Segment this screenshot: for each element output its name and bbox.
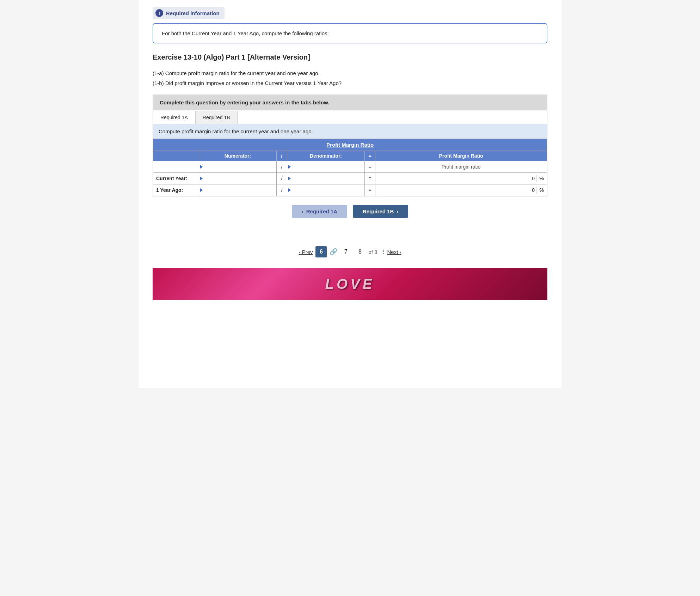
- result-cell-1ya[interactable]: 0: [375, 184, 547, 196]
- col-spacer: [153, 151, 199, 161]
- prev-page-label: Prev: [302, 249, 313, 255]
- exercise-title: Exercise 13-10 (Algo) Part 1 [Alternate …: [153, 53, 547, 61]
- next-tab-label: Required 1B: [363, 208, 394, 214]
- pct-input-1ya[interactable]: [536, 187, 547, 194]
- tabs-container: Required 1A Required 1B Compute profit m…: [153, 110, 547, 196]
- required-banner-text: Required information: [166, 10, 220, 16]
- numerator-input-cell-1ya[interactable]: [199, 184, 277, 196]
- info-box-text: For both the Current Year and 1 Year Ago…: [162, 30, 329, 36]
- prev-chevron: ‹: [299, 249, 300, 255]
- nav-buttons: ‹ Required 1A Required 1B ›: [153, 205, 547, 218]
- link-icon: 🔗: [330, 248, 337, 256]
- page-wrapper: ! Required information For both the Curr…: [139, 0, 561, 388]
- denominator-input-cell-1ya[interactable]: [287, 184, 365, 196]
- col-numerator: Numerator:: [199, 151, 277, 161]
- col-result-header: Profit Margin Ratio: [375, 151, 547, 161]
- divider-1ya: /: [277, 184, 287, 196]
- page-7[interactable]: 7: [340, 246, 351, 257]
- arrow-icon-header-den: [288, 165, 291, 169]
- btn-prev-tab[interactable]: ‹ Required 1A: [292, 205, 347, 218]
- next-page-button[interactable]: Next ›: [387, 249, 401, 255]
- bottom-strip: LOVE: [153, 268, 547, 300]
- denominator-input-cell-header[interactable]: [287, 161, 365, 173]
- complete-box: Complete this question by entering your …: [153, 95, 547, 110]
- arrow-icon-1ya-num: [200, 188, 203, 192]
- question-1a: (1-a) Compute profit margin ratio for th…: [153, 69, 547, 78]
- tab-description: Compute profit margin ratio for the curr…: [153, 124, 547, 139]
- table-row-1ya: 1 Year Ago: / = 0: [153, 184, 547, 196]
- next-chevron-icon: ›: [397, 208, 398, 214]
- table-row-header: / = Profit margin ratio: [153, 161, 547, 173]
- numerator-input-cell-cy[interactable]: [199, 173, 277, 184]
- tab-content: Compute profit margin ratio for the curr…: [153, 124, 547, 196]
- denominator-input-cy[interactable]: [293, 175, 362, 182]
- info-icon: !: [155, 9, 163, 17]
- info-box: For both the Current Year and 1 Year Ago…: [153, 23, 547, 43]
- prev-chevron-icon: ‹: [302, 208, 303, 214]
- numerator-input-cy[interactable]: [205, 175, 274, 182]
- table-row-current-year: Current Year: / = 0: [153, 173, 547, 184]
- col-divider: /: [277, 151, 287, 161]
- complete-box-text: Complete this question by entering your …: [160, 99, 329, 105]
- result-value-cy: 0: [532, 176, 535, 181]
- page-of: of 8: [368, 249, 377, 255]
- arrow-icon-header-num: [200, 165, 203, 169]
- denominator-input-header[interactable]: [293, 163, 362, 170]
- numerator-input-header[interactable]: [205, 163, 274, 170]
- next-page-label: Next: [387, 249, 398, 255]
- page-8[interactable]: 8: [354, 246, 366, 257]
- pct-input-cy[interactable]: [536, 175, 547, 182]
- prev-page-button[interactable]: ‹ Prev: [299, 249, 313, 255]
- result-cell-cy[interactable]: 0: [375, 173, 547, 184]
- numerator-input-1ya[interactable]: [205, 187, 274, 194]
- arrow-icon-cy-num: [200, 177, 203, 180]
- col-denominator: Denominator:: [287, 151, 365, 161]
- tabs-header: Required 1A Required 1B: [153, 110, 547, 124]
- btn-next-tab[interactable]: Required 1B ›: [353, 205, 408, 218]
- row-label-1ya: 1 Year Ago:: [153, 184, 199, 196]
- next-chevron-pg: ›: [400, 249, 401, 255]
- divider-cy: /: [277, 173, 287, 184]
- equals-cy: =: [365, 173, 375, 184]
- page-6[interactable]: 6: [315, 246, 327, 257]
- row-label-empty: [153, 161, 199, 173]
- denominator-input-1ya[interactable]: [293, 187, 362, 194]
- row-label-current-year: Current Year:: [153, 173, 199, 184]
- equals-header: =: [365, 161, 375, 173]
- grid-icon[interactable]: ⁝: [382, 248, 385, 256]
- tab-required-1a[interactable]: Required 1A: [153, 111, 195, 124]
- divider-header: /: [277, 161, 287, 173]
- question-text: (1-a) Compute profit margin ratio for th…: [153, 69, 547, 87]
- table-title: Profit Margin Ratio: [153, 139, 547, 151]
- result-cell-header: Profit margin ratio: [375, 161, 547, 173]
- result-value-1ya: 0: [532, 187, 535, 193]
- col-equals: =: [365, 151, 375, 161]
- prev-tab-label: Required 1A: [306, 208, 337, 214]
- bottom-strip-text: LOVE: [325, 276, 375, 292]
- pagination-bar: ‹ Prev 6 🔗 7 8 of 8 ⁝ Next ›: [153, 246, 547, 257]
- numerator-input-cell-header[interactable]: [199, 161, 277, 173]
- tab-required-1b[interactable]: Required 1B: [195, 111, 238, 124]
- arrow-icon-cy-den: [288, 177, 291, 180]
- ratio-table: Profit Margin Ratio Numerator: / Denomin…: [153, 139, 547, 196]
- required-banner: ! Required information: [153, 7, 225, 19]
- arrow-icon-1ya-den: [288, 188, 291, 192]
- question-1b: (1-b) Did profit margin improve or worse…: [153, 79, 547, 87]
- denominator-input-cell-cy[interactable]: [287, 173, 365, 184]
- equals-1ya: =: [365, 184, 375, 196]
